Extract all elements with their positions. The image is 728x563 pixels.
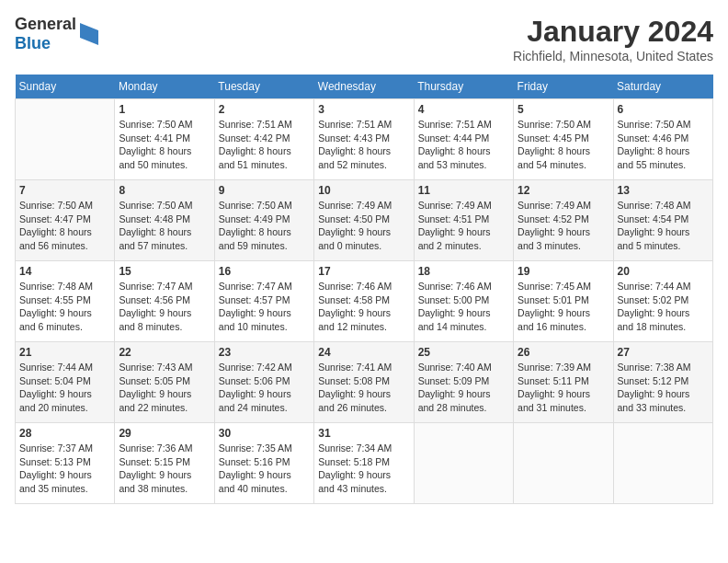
week-row-3: 14Sunrise: 7:48 AMSunset: 4:55 PMDayligh… [16,261,713,342]
calendar-cell [613,423,712,504]
day-info: Sunrise: 7:47 AMSunset: 4:56 PMDaylight:… [119,280,210,334]
day-info: Sunrise: 7:50 AMSunset: 4:46 PMDaylight:… [618,118,709,172]
day-info: Sunrise: 7:35 AMSunset: 5:16 PMDaylight:… [219,442,310,496]
calendar-cell: 24Sunrise: 7:41 AMSunset: 5:08 PMDayligh… [314,342,414,423]
calendar-cell: 30Sunrise: 7:35 AMSunset: 5:16 PMDayligh… [214,423,313,504]
day-info: Sunrise: 7:46 AMSunset: 4:58 PMDaylight:… [318,280,409,334]
calendar-cell: 20Sunrise: 7:44 AMSunset: 5:02 PMDayligh… [613,261,712,342]
calendar-cell: 26Sunrise: 7:39 AMSunset: 5:11 PMDayligh… [514,342,613,423]
day-number: 16 [219,265,310,278]
calendar-cell [414,423,513,504]
calendar-cell: 23Sunrise: 7:42 AMSunset: 5:06 PMDayligh… [214,342,313,423]
day-number: 20 [618,265,709,278]
calendar-cell: 13Sunrise: 7:48 AMSunset: 4:54 PMDayligh… [613,180,712,261]
day-number: 30 [219,427,310,440]
day-number: 31 [318,427,409,440]
weekday-header-wednesday: Wednesday [314,75,414,99]
day-info: Sunrise: 7:48 AMSunset: 4:54 PMDaylight:… [618,199,709,253]
day-info: Sunrise: 7:49 AMSunset: 4:50 PMDaylight:… [318,199,409,253]
day-info: Sunrise: 7:48 AMSunset: 4:55 PMDaylight:… [19,280,110,334]
title-block: January 2024 Richfield, Minnesota, Unite… [513,15,713,63]
calendar-cell: 7Sunrise: 7:50 AMSunset: 4:47 PMDaylight… [16,180,115,261]
day-info: Sunrise: 7:34 AMSunset: 5:18 PMDaylight:… [318,442,409,496]
day-info: Sunrise: 7:51 AMSunset: 4:44 PMDaylight:… [418,118,509,172]
location-text: Richfield, Minnesota, United States [513,49,713,63]
day-info: Sunrise: 7:49 AMSunset: 4:51 PMDaylight:… [418,199,509,253]
day-number: 7 [19,184,110,197]
calendar-cell: 28Sunrise: 7:37 AMSunset: 5:13 PMDayligh… [16,423,115,504]
calendar-cell: 11Sunrise: 7:49 AMSunset: 4:51 PMDayligh… [414,180,513,261]
page-header: General Blue January 2024 Richfield, Min… [15,15,713,63]
day-number: 12 [518,184,609,197]
day-number: 21 [19,346,110,359]
logo-blue-text: Blue [15,34,76,53]
weekday-header-row: SundayMondayTuesdayWednesdayThursdayFrid… [16,75,713,99]
day-number: 18 [418,265,509,278]
day-info: Sunrise: 7:50 AMSunset: 4:49 PMDaylight:… [219,199,310,253]
calendar-cell: 12Sunrise: 7:49 AMSunset: 4:52 PMDayligh… [514,180,613,261]
weekday-header-friday: Friday [514,75,613,99]
weekday-header-saturday: Saturday [613,75,712,99]
day-info: Sunrise: 7:42 AMSunset: 5:06 PMDaylight:… [219,361,310,415]
month-title: January 2024 [513,15,713,49]
day-info: Sunrise: 7:41 AMSunset: 5:08 PMDaylight:… [318,361,409,415]
calendar-cell: 1Sunrise: 7:50 AMSunset: 4:41 PMDaylight… [115,99,214,180]
logo-icon [80,23,98,45]
day-number: 26 [518,346,609,359]
day-info: Sunrise: 7:39 AMSunset: 5:11 PMDaylight:… [518,361,609,415]
calendar-cell [514,423,613,504]
day-number: 27 [618,346,709,359]
day-number: 17 [318,265,409,278]
weekday-header-thursday: Thursday [414,75,513,99]
calendar-cell: 17Sunrise: 7:46 AMSunset: 4:58 PMDayligh… [314,261,414,342]
day-number: 10 [318,184,409,197]
day-info: Sunrise: 7:37 AMSunset: 5:13 PMDaylight:… [19,442,110,496]
calendar-cell: 3Sunrise: 7:51 AMSunset: 4:43 PMDaylight… [314,99,414,180]
week-row-2: 7Sunrise: 7:50 AMSunset: 4:47 PMDaylight… [16,180,713,261]
day-info: Sunrise: 7:40 AMSunset: 5:09 PMDaylight:… [418,361,509,415]
calendar-cell: 21Sunrise: 7:44 AMSunset: 5:04 PMDayligh… [16,342,115,423]
day-number: 2 [219,103,310,116]
day-number: 19 [518,265,609,278]
day-info: Sunrise: 7:44 AMSunset: 5:04 PMDaylight:… [19,361,110,415]
calendar-cell: 14Sunrise: 7:48 AMSunset: 4:55 PMDayligh… [16,261,115,342]
calendar-cell: 15Sunrise: 7:47 AMSunset: 4:56 PMDayligh… [115,261,214,342]
day-info: Sunrise: 7:49 AMSunset: 4:52 PMDaylight:… [518,199,609,253]
calendar-cell: 4Sunrise: 7:51 AMSunset: 4:44 PMDaylight… [414,99,513,180]
day-number: 13 [618,184,709,197]
day-info: Sunrise: 7:43 AMSunset: 5:05 PMDaylight:… [119,361,210,415]
week-row-5: 28Sunrise: 7:37 AMSunset: 5:13 PMDayligh… [16,423,713,504]
calendar-cell: 22Sunrise: 7:43 AMSunset: 5:05 PMDayligh… [115,342,214,423]
calendar-cell: 6Sunrise: 7:50 AMSunset: 4:46 PMDaylight… [613,99,712,180]
weekday-header-tuesday: Tuesday [214,75,313,99]
calendar-cell: 2Sunrise: 7:51 AMSunset: 4:42 PMDaylight… [214,99,313,180]
day-number: 25 [418,346,509,359]
calendar-cell [16,99,115,180]
logo-general-text: General [15,15,76,34]
day-number: 4 [418,103,509,116]
svg-marker-0 [80,23,98,45]
day-number: 24 [318,346,409,359]
week-row-1: 1Sunrise: 7:50 AMSunset: 4:41 PMDaylight… [16,99,713,180]
day-number: 28 [19,427,110,440]
weekday-header-sunday: Sunday [16,75,115,99]
calendar-cell: 10Sunrise: 7:49 AMSunset: 4:50 PMDayligh… [314,180,414,261]
day-info: Sunrise: 7:44 AMSunset: 5:02 PMDaylight:… [618,280,709,334]
calendar-cell: 29Sunrise: 7:36 AMSunset: 5:15 PMDayligh… [115,423,214,504]
calendar-cell: 16Sunrise: 7:47 AMSunset: 4:57 PMDayligh… [214,261,313,342]
day-number: 14 [19,265,110,278]
calendar-cell: 8Sunrise: 7:50 AMSunset: 4:48 PMDaylight… [115,180,214,261]
day-number: 6 [618,103,709,116]
weekday-header-monday: Monday [115,75,214,99]
day-number: 23 [219,346,310,359]
calendar-cell: 9Sunrise: 7:50 AMSunset: 4:49 PMDaylight… [214,180,313,261]
day-number: 8 [119,184,210,197]
day-number: 9 [219,184,310,197]
day-info: Sunrise: 7:50 AMSunset: 4:48 PMDaylight:… [119,199,210,253]
calendar-cell: 18Sunrise: 7:46 AMSunset: 5:00 PMDayligh… [414,261,513,342]
day-number: 29 [119,427,210,440]
calendar-cell: 5Sunrise: 7:50 AMSunset: 4:45 PMDaylight… [514,99,613,180]
day-number: 11 [418,184,509,197]
day-info: Sunrise: 7:47 AMSunset: 4:57 PMDaylight:… [219,280,310,334]
day-info: Sunrise: 7:50 AMSunset: 4:47 PMDaylight:… [19,199,110,253]
